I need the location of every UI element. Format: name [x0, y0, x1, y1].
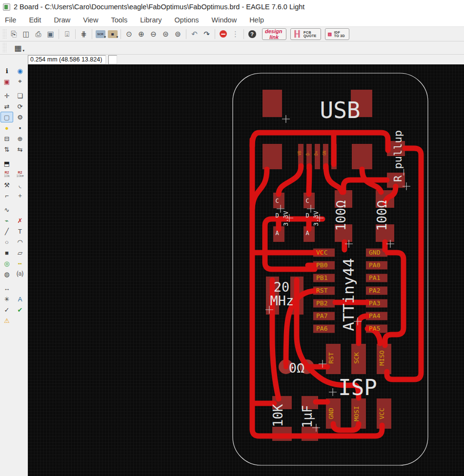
print-icon[interactable]: ⎙	[32, 28, 44, 40]
label-20: 20	[274, 279, 290, 295]
drc-tool[interactable]: ✔	[14, 304, 26, 315]
dimension-tool[interactable]: ↔	[0, 283, 13, 294]
split-tool[interactable]: ⌐	[0, 190, 13, 201]
copper-trace[interactable]	[309, 166, 309, 194]
lock-tool[interactable]: ⬒	[0, 158, 13, 169]
menu-draw[interactable]: Draw	[54, 16, 70, 24]
wire-tool[interactable]: ╱	[0, 226, 13, 237]
pin-label-pa3: PA3	[369, 299, 380, 307]
blank3[interactable]	[14, 283, 26, 294]
zoom-out-icon[interactable]: ⊖	[147, 28, 160, 40]
zoom-in-icon[interactable]: ⊕	[135, 28, 147, 40]
signal-tool[interactable]: ╍	[14, 258, 26, 269]
show-tool[interactable]: ◉	[14, 65, 26, 76]
menu-options[interactable]: Options	[175, 16, 199, 24]
circle-tool[interactable]: ○	[0, 237, 13, 247]
redo-icon[interactable]: ↷	[201, 28, 213, 40]
arc-tool[interactable]: ◠	[14, 237, 26, 247]
command-input[interactable]	[108, 55, 117, 64]
cut-tool[interactable]: ●	[0, 122, 13, 133]
display-layers-tool[interactable]: ▣	[0, 76, 13, 87]
erc-tool[interactable]: ✓	[0, 304, 13, 315]
hole-tool[interactable]: ◍	[0, 269, 13, 279]
blank2[interactable]	[14, 204, 26, 215]
pinswap-tool[interactable]: ⇅	[0, 144, 13, 155]
miter-tool[interactable]: ◟	[14, 179, 26, 190]
open-icon[interactable]: ⎘	[8, 28, 20, 40]
delete-tool[interactable]: ⊟	[0, 133, 13, 144]
replace-tool[interactable]: ⇆	[14, 144, 26, 155]
undo-icon[interactable]: ↶	[188, 28, 201, 40]
mirror-tool[interactable]: ⇄	[0, 101, 13, 112]
usb-pin-label: VB	[298, 151, 302, 156]
value-tool[interactable]: R210k▾	[14, 169, 26, 179]
via-tool[interactable]: ◎	[0, 258, 13, 269]
mark-tool[interactable]: ⌖	[14, 76, 26, 87]
smash-tool[interactable]: ⚒	[0, 179, 13, 190]
isp-pin-rst: RST	[327, 352, 335, 364]
pcb-quote-button[interactable]: ╟╢PCBQUOTE	[290, 28, 321, 40]
chevron-down-icon: ▾	[116, 35, 118, 39]
idf-to-3d-button[interactable]: ⧈IDFTO 3D	[325, 28, 349, 40]
ratsnest-tool[interactable]: ✳	[0, 294, 13, 304]
menu-library[interactable]: Library	[140, 16, 161, 24]
add-tool[interactable]: ⊕	[14, 133, 26, 144]
title-bar: 2 Board - C:\Users\Caro\Documents\eagle\…	[0, 0, 464, 14]
run-script-badge[interactable]: SCR▾	[94, 28, 106, 40]
menu-tools[interactable]: Tools	[111, 16, 127, 24]
group-tool[interactable]: ▢	[0, 112, 13, 122]
paste-tool[interactable]: ▪	[14, 122, 26, 133]
autoroute-tool[interactable]: A	[14, 294, 26, 304]
blank[interactable]	[14, 158, 26, 169]
zoom-redraw-icon[interactable]: ⊚	[172, 28, 184, 40]
board-canvas[interactable]: USBISPATTiny4420MHzR_pullup100Ω100Ω0Ω10K…	[28, 64, 464, 476]
help-icon[interactable]: ?	[246, 28, 258, 40]
info-tool[interactable]: ℹ	[0, 65, 13, 76]
pad[interactable]	[262, 90, 282, 117]
name-tool[interactable]: R210k	[0, 169, 13, 179]
menu-window[interactable]: Window	[212, 16, 237, 24]
toolbar-grip[interactable]	[2, 29, 6, 40]
toolbar-separator	[75, 29, 76, 39]
cam-processor-icon[interactable]: ⍗	[61, 28, 73, 40]
copy-tool[interactable]: ❏	[14, 90, 26, 101]
diode-pin-c: C	[275, 198, 279, 204]
diode-pin-a: A	[305, 230, 309, 237]
zoom-select-icon[interactable]: ⊜	[160, 28, 172, 40]
pad[interactable]	[352, 144, 372, 169]
board-drawing[interactable]: USBISPATTiny4420MHzR_pullup100Ω100Ω0Ω10K…	[28, 64, 464, 476]
pad[interactable]	[262, 144, 282, 169]
stop-icon[interactable]	[217, 28, 229, 40]
toolbar-separator	[215, 29, 215, 39]
errors-tool[interactable]: ⚠	[0, 315, 13, 326]
go-icon[interactable]: ⋮	[229, 28, 242, 40]
toolbar-grip[interactable]	[2, 42, 6, 53]
board-schematic-icon[interactable]: ⋕	[78, 28, 90, 40]
polygon-tool[interactable]: ▱	[14, 247, 26, 258]
chevron-down-icon: ▾	[22, 49, 24, 53]
pin-label-pb0: PB0	[316, 261, 327, 269]
tool-palette: ℹ◉▣⌖✛❏⇄⟳▢⚙●▪⊟⊕⇅⇆⬒R210kR210k▾⚒◟⌐＋∿⌁✗╱T○◠■…	[0, 64, 28, 476]
save-icon[interactable]: ◫	[20, 28, 32, 40]
menu-file[interactable]: File	[5, 16, 16, 24]
ripup-tool[interactable]: ✗	[14, 215, 26, 226]
pad[interactable]	[315, 144, 320, 169]
menu-help[interactable]: Help	[249, 16, 264, 24]
meander-tool[interactable]: ∿	[0, 204, 13, 215]
route-tool[interactable]: ⌁	[0, 215, 13, 226]
design-link-button[interactable]: design link	[262, 28, 286, 40]
zoom-fit-icon[interactable]: ⊙	[123, 28, 135, 40]
app-icon	[3, 3, 10, 11]
export-image-icon[interactable]: ▣	[44, 28, 57, 40]
move-tool[interactable]: ✛	[0, 90, 13, 101]
text-tool[interactable]: T	[14, 226, 26, 237]
change-tool[interactable]: ⚙	[14, 112, 26, 122]
grid-settings-button[interactable]: ▦ ▾	[12, 42, 24, 53]
layer-settings-badge[interactable]: ▦▾	[106, 28, 119, 40]
attribute-tool[interactable]: ⒜	[14, 269, 26, 279]
menu-edit[interactable]: Edit	[29, 16, 41, 24]
rect-tool[interactable]: ■	[0, 247, 13, 258]
rotate-tool[interactable]: ⟳	[14, 101, 26, 112]
menu-view[interactable]: View	[83, 16, 98, 24]
optimize-tool[interactable]: ＋	[14, 190, 26, 201]
